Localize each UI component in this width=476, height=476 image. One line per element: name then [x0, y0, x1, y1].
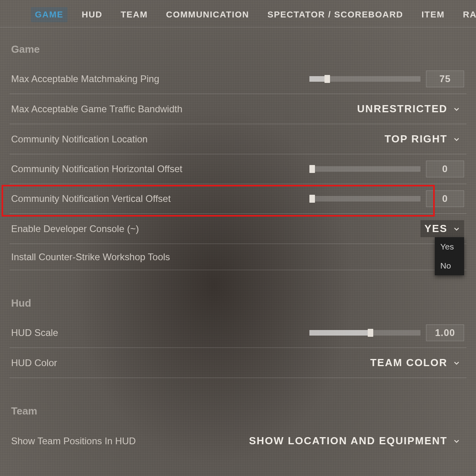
dropdown-developer-console: Yes No — [435, 237, 464, 275]
row-hud-color: HUD Color TEAM COLOR — [10, 348, 466, 378]
slider-hud-scale[interactable] — [309, 330, 420, 336]
chevron-down-icon — [453, 136, 460, 143]
tab-game[interactable]: GAME — [31, 7, 67, 22]
label-matchmaking-ping: Max Acceptable Matchmaking Ping — [11, 73, 159, 84]
label-notification-h-offset: Community Notification Horizontal Offset — [11, 163, 182, 175]
slider-matchmaking-ping[interactable] — [309, 76, 420, 82]
chevron-down-icon — [453, 359, 460, 367]
select-traffic-bandwidth[interactable]: UNRESTRICTED — [353, 100, 464, 117]
tab-team[interactable]: TEAM — [117, 7, 152, 22]
label-notification-location: Community Notification Location — [11, 134, 148, 145]
tab-hud[interactable]: HUD — [78, 7, 106, 22]
section-title-hud: Hud — [10, 296, 466, 318]
row-workshop-tools: Install Counter-Strike Workshop Tools — [10, 244, 466, 270]
value-hud-color: TEAM COLOR — [370, 357, 447, 369]
dropdown-option-yes[interactable]: Yes — [435, 237, 464, 256]
label-workshop-tools: Install Counter-Strike Workshop Tools — [11, 251, 170, 263]
label-hud-scale: HUD Scale — [11, 327, 58, 338]
slider-notification-v-offset[interactable] — [309, 196, 420, 202]
tab-item[interactable]: ITEM — [417, 7, 449, 22]
select-hud-color[interactable]: TEAM COLOR — [366, 354, 464, 371]
label-notification-v-offset: Community Notification Vertical Offset — [11, 193, 171, 204]
row-hud-scale: HUD Scale 1.00 — [10, 318, 466, 348]
value-developer-console: YES — [424, 223, 447, 235]
value-notification-h-offset[interactable]: 0 — [426, 161, 464, 177]
chevron-down-icon — [453, 106, 460, 113]
row-traffic-bandwidth: Max Acceptable Game Traffic Bandwidth UN… — [10, 94, 466, 124]
value-notification-location: TOP RIGHT — [384, 133, 447, 145]
label-traffic-bandwidth: Max Acceptable Game Traffic Bandwidth — [11, 104, 182, 115]
settings-tabs: GAME HUD TEAM COMMUNICATION SPECTATOR / … — [0, 0, 476, 27]
row-notification-location: Community Notification Location TOP RIGH… — [10, 124, 466, 154]
label-team-positions: Show Team Positions In HUD — [11, 436, 136, 447]
row-matchmaking-ping: Max Acceptable Matchmaking Ping 75 — [10, 64, 466, 94]
select-notification-location[interactable]: TOP RIGHT — [380, 131, 464, 148]
select-team-positions[interactable]: SHOW LOCATION AND EQUIPMENT — [245, 432, 464, 449]
slider-notification-h-offset[interactable] — [309, 166, 420, 172]
section-title-team: Team — [10, 403, 466, 426]
section-title-game: Game — [10, 42, 466, 64]
value-hud-scale[interactable]: 1.00 — [426, 324, 464, 341]
tab-radar[interactable]: RADAR — [459, 7, 476, 22]
value-notification-v-offset[interactable]: 0 — [426, 190, 464, 207]
chevron-down-icon — [453, 225, 460, 232]
row-notification-v-offset: Community Notification Vertical Offset 0 — [10, 184, 466, 214]
row-developer-console: Enable Developer Console (~) YES Yes No — [10, 214, 466, 244]
select-developer-console[interactable]: YES Yes No — [420, 220, 464, 237]
value-traffic-bandwidth: UNRESTRICTED — [357, 103, 447, 115]
row-notification-h-offset: Community Notification Horizontal Offset… — [10, 154, 466, 184]
settings-panel: Game Max Acceptable Matchmaking Ping 75 … — [0, 42, 476, 456]
label-hud-color: HUD Color — [11, 357, 57, 369]
row-team-positions: Show Team Positions In HUD SHOW LOCATION… — [10, 426, 466, 456]
tab-communication[interactable]: COMMUNICATION — [162, 7, 253, 22]
dropdown-option-no[interactable]: No — [435, 256, 464, 275]
label-developer-console: Enable Developer Console (~) — [11, 223, 139, 234]
value-matchmaking-ping[interactable]: 75 — [426, 71, 464, 87]
tab-spectator-scoreboard[interactable]: SPECTATOR / SCOREBOARD — [263, 7, 407, 22]
value-team-positions: SHOW LOCATION AND EQUIPMENT — [249, 435, 447, 447]
chevron-down-icon — [453, 438, 460, 445]
